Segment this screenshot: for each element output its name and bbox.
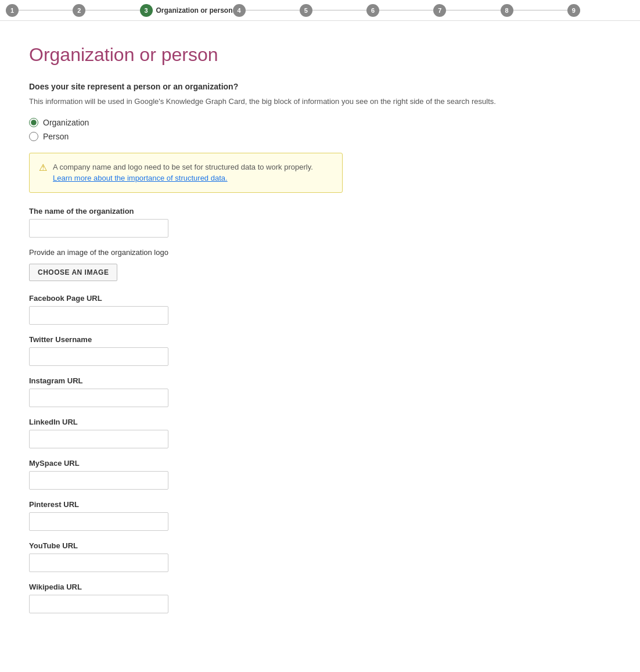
step-circle-3: 3	[140, 4, 153, 17]
stepper-step-2[interactable]: 2	[73, 4, 139, 17]
page-title: Organization or person	[29, 44, 611, 66]
pinterest-url-field-group: Pinterest URL	[29, 500, 611, 531]
main-content: Organization or person Does your site re…	[0, 21, 640, 672]
stepper-step-6[interactable]: 6	[366, 4, 433, 17]
linkedin-url-input[interactable]	[29, 430, 168, 448]
twitter-username-input[interactable]	[29, 347, 168, 366]
twitter-username-label: Twitter Username	[29, 335, 611, 344]
pinterest-url-label: Pinterest URL	[29, 500, 611, 509]
facebook-url-field-group: Facebook Page URL	[29, 294, 611, 325]
twitter-username-field-group: Twitter Username	[29, 335, 611, 366]
radio-input-organization[interactable]	[29, 118, 38, 127]
youtube-url-input[interactable]	[29, 554, 168, 572]
linkedin-url-field-group: LinkedIn URL	[29, 418, 611, 448]
radio-input-person[interactable]	[29, 132, 38, 141]
step-circle-2: 2	[73, 4, 85, 17]
warning-text: A company name and logo need to be set f…	[53, 161, 313, 184]
org-name-input[interactable]	[29, 219, 168, 238]
warning-icon: ⚠	[39, 162, 47, 173]
radio-organization[interactable]: Organization	[29, 118, 611, 127]
wikipedia-url-input[interactable]	[29, 595, 168, 613]
stepper-step-3[interactable]: 3 Organization or person	[140, 4, 233, 17]
youtube-url-field-group: YouTube URL	[29, 541, 611, 572]
radio-person[interactable]: Person	[29, 132, 611, 141]
linkedin-url-label: LinkedIn URL	[29, 418, 611, 426]
step-line-2	[85, 10, 139, 10]
instagram-url-field-group: Instagram URL	[29, 376, 611, 407]
myspace-url-field-group: MySpace URL	[29, 459, 611, 490]
instagram-url-label: Instagram URL	[29, 376, 611, 385]
step-circle-9: 9	[567, 4, 580, 17]
choose-image-button[interactable]: CHOOSE AN IMAGE	[29, 264, 117, 281]
step-circle-6: 6	[366, 4, 379, 17]
org-name-label: The name of the organization	[29, 207, 611, 215]
facebook-url-input[interactable]	[29, 306, 168, 325]
stepper-step-4[interactable]: 4	[233, 4, 300, 17]
step-line-8	[513, 10, 567, 10]
radio-label-organization: Organization	[43, 118, 89, 127]
org-person-radio-group: Organization Person	[29, 118, 611, 141]
section-description: This information will be used in Google'…	[29, 96, 611, 107]
step-circle-4: 4	[233, 4, 246, 17]
step-circle-5: 5	[300, 4, 312, 17]
myspace-url-label: MySpace URL	[29, 459, 611, 468]
step-line-1	[19, 10, 73, 10]
org-name-field-group: The name of the organization	[29, 207, 611, 238]
step-line-7	[446, 10, 500, 10]
youtube-url-label: YouTube URL	[29, 541, 611, 550]
step-line-4	[246, 10, 300, 10]
warning-message: A company name and logo need to be set f…	[53, 163, 313, 171]
step-circle-7: 7	[433, 4, 446, 17]
stepper-step-8[interactable]: 8	[501, 4, 567, 17]
warning-link[interactable]: Learn more about the importance of struc…	[53, 174, 228, 182]
step-circle-1: 1	[6, 4, 19, 17]
myspace-url-input[interactable]	[29, 471, 168, 490]
facebook-url-label: Facebook Page URL	[29, 294, 611, 303]
wikipedia-url-label: Wikipedia URL	[29, 583, 611, 591]
step-circle-8: 8	[501, 4, 513, 17]
stepper-step-9[interactable]: 9	[567, 4, 634, 17]
org-logo-label: Provide an image of the organization log…	[29, 248, 611, 257]
stepper-bar: 1 2 3 Organization or person 4 5 6 7 8 9	[0, 0, 640, 21]
step-label-3: Organization or person	[156, 6, 233, 15]
step-line-5	[312, 10, 366, 10]
stepper-step-5[interactable]: 5	[300, 4, 366, 17]
radio-label-person: Person	[43, 132, 69, 141]
stepper-step-7[interactable]: 7	[433, 4, 500, 17]
wikipedia-url-field-group: Wikipedia URL	[29, 583, 611, 613]
stepper-step-1[interactable]: 1	[6, 4, 73, 17]
section-question: Does your site represent a person or an …	[29, 82, 611, 91]
pinterest-url-input[interactable]	[29, 512, 168, 531]
step-line-6	[379, 10, 433, 10]
warning-box: ⚠ A company name and logo need to be set…	[29, 153, 343, 193]
instagram-url-input[interactable]	[29, 389, 168, 407]
